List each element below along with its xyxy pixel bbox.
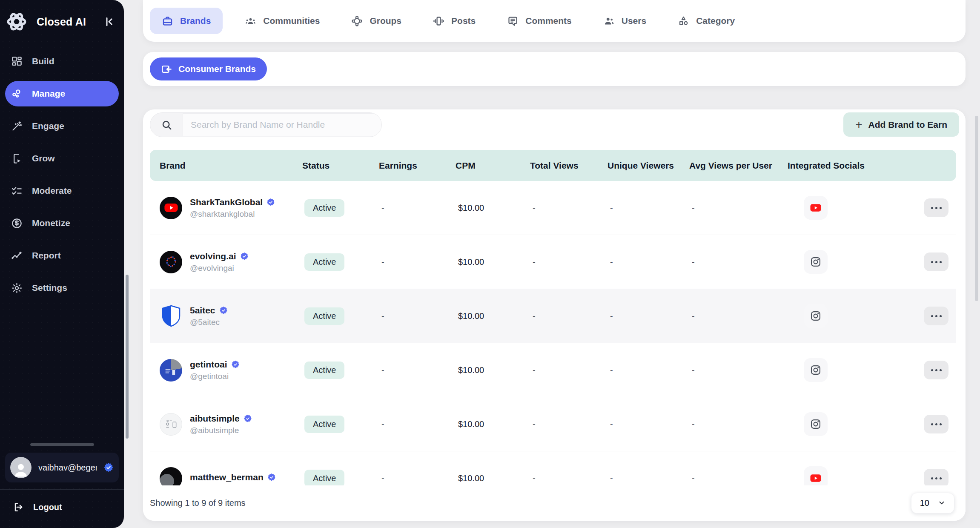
row-more-button[interactable]	[924, 469, 948, 485]
tab-label: Category	[696, 16, 735, 26]
checklist-icon	[11, 185, 23, 197]
sidebar-item-build[interactable]: Build	[5, 49, 119, 74]
sidebar-item-engage[interactable]: Engage	[5, 113, 119, 139]
earnings-value: -	[369, 397, 446, 451]
brand-handle: @evolvingai	[190, 264, 249, 273]
avg-views-value: -	[679, 235, 778, 289]
avg-views-value: -	[679, 397, 778, 451]
sidebar-item-manage[interactable]: Manage	[5, 81, 119, 106]
brands-table: Brand Status Earnings CPM Total Views Un…	[150, 150, 956, 485]
cpm-value: $10.00	[446, 181, 520, 235]
verified-badge-icon	[267, 473, 276, 482]
shapes-icon	[678, 15, 689, 27]
youtube-icon[interactable]	[804, 466, 828, 485]
status-badge: Active	[304, 416, 344, 433]
brand-name: SharkTankGlobal	[190, 197, 263, 207]
nodes-icon	[11, 88, 23, 100]
add-brand-to-earn-button[interactable]: + Add Brand to Earn	[843, 112, 959, 137]
row-more-button[interactable]	[924, 415, 948, 433]
row-more-button[interactable]	[924, 361, 948, 379]
chevron-down-icon	[938, 499, 946, 507]
column-header-total-views: Total Views	[520, 161, 598, 171]
tab-comments[interactable]: Comments	[502, 8, 577, 34]
logout-label: Logout	[33, 502, 62, 512]
results-summary: Showing 1 to 9 of 9 items	[150, 498, 246, 508]
sidebar-scrollbar[interactable]	[126, 275, 129, 439]
avg-views-value: -	[679, 289, 778, 343]
verified-badge-icon	[266, 198, 275, 207]
unique-viewers-value: -	[598, 451, 679, 485]
earnings-value: -	[369, 181, 446, 235]
tab-communities[interactable]: Communities	[240, 8, 325, 34]
table-row[interactable]: 5aitec @5aitec Active - $10.00 - - -	[150, 289, 956, 343]
tab-posts[interactable]: Posts	[428, 8, 481, 34]
verified-badge-icon	[231, 360, 240, 369]
page-scrollbar[interactable]	[975, 116, 978, 301]
tab-groups[interactable]: Groups	[346, 8, 407, 34]
tab-category[interactable]: Category	[673, 8, 740, 34]
tab-label: Users	[622, 16, 646, 26]
tab-label: Brands	[180, 16, 211, 26]
user-card[interactable]: vaibhav@begenu...	[5, 453, 119, 482]
verified-badge-icon	[219, 306, 228, 315]
grid-icon	[11, 56, 23, 67]
instagram-icon[interactable]	[804, 250, 828, 274]
tab-label: Posts	[451, 16, 476, 26]
sidebar-item-moderate[interactable]: Moderate	[5, 178, 119, 204]
closed-ai-logo-icon	[6, 11, 27, 32]
sidebar: Closed AI Build	[0, 0, 124, 528]
people-icon	[245, 15, 256, 27]
sidebar-item-settings[interactable]: Settings	[5, 275, 119, 301]
cpm-value: $10.00	[446, 343, 520, 397]
youtube-icon[interactable]	[804, 196, 828, 220]
brand-avatar	[160, 251, 182, 273]
table-row[interactable]: getintoai @getintoai Active - $10.00 - -…	[150, 343, 956, 397]
sidebar-item-label: Monetize	[32, 218, 70, 228]
instagram-icon[interactable]	[804, 358, 828, 382]
unique-viewers-value: -	[598, 181, 679, 235]
earnings-value: -	[369, 289, 446, 343]
instagram-icon[interactable]	[804, 412, 828, 436]
tab-label: Comments	[525, 16, 572, 26]
tab-brands[interactable]: Brands	[150, 8, 223, 34]
table-row[interactable]: aibutsimple @aibutsimple Active - $10.00…	[150, 397, 956, 451]
sidebar-item-monetize[interactable]: Monetize	[5, 210, 119, 236]
column-header-status: Status	[292, 161, 369, 171]
search-input[interactable]	[183, 113, 381, 136]
column-header-unique-viewers: Unique Viewers	[598, 161, 679, 171]
consumer-brands-button[interactable]: Consumer Brands	[150, 57, 267, 80]
earnings-value: -	[369, 343, 446, 397]
wallet-arrow-icon	[161, 63, 172, 75]
table-row[interactable]: matthew_berman Active - $10.00 - - -	[150, 451, 956, 485]
brand-avatar	[160, 467, 182, 486]
tab-users[interactable]: Users	[598, 8, 651, 34]
verified-badge-icon	[103, 462, 114, 473]
sidebar-grabber[interactable]	[30, 443, 94, 446]
brand-handle: @getintoai	[190, 372, 240, 381]
table-row[interactable]: SharkTankGlobal @sharktankglobal Active …	[150, 181, 956, 235]
row-more-button[interactable]	[924, 253, 948, 271]
instagram-icon[interactable]	[804, 304, 828, 328]
total-views-value: -	[520, 343, 598, 397]
sidebar-item-report[interactable]: Report	[5, 243, 119, 268]
brand-avatar	[160, 305, 182, 327]
total-views-value: -	[520, 181, 598, 235]
unique-viewers-value: -	[598, 235, 679, 289]
brand-avatar	[160, 413, 182, 436]
collapse-sidebar-icon[interactable]	[103, 15, 115, 28]
row-more-button[interactable]	[924, 198, 948, 217]
column-header-cpm: CPM	[446, 161, 520, 171]
table-row[interactable]: evolving.ai @evolvingai Active - $10.00 …	[150, 235, 956, 289]
sidebar-item-grow[interactable]: Grow	[5, 146, 119, 171]
consumer-brands-label: Consumer Brands	[178, 64, 256, 74]
verified-badge-icon	[240, 252, 249, 261]
row-more-button[interactable]	[924, 307, 948, 325]
cpm-value: $10.00	[446, 289, 520, 343]
brand-cell: 5aitec @5aitec	[150, 289, 292, 343]
unique-viewers-value: -	[598, 397, 679, 451]
logout-button[interactable]: Logout	[0, 490, 124, 528]
page-size-select[interactable]: 10	[911, 493, 954, 514]
brand-cell: evolving.ai @evolvingai	[150, 235, 292, 289]
status-badge: Active	[304, 470, 344, 486]
cpm-value: $10.00	[446, 397, 520, 451]
